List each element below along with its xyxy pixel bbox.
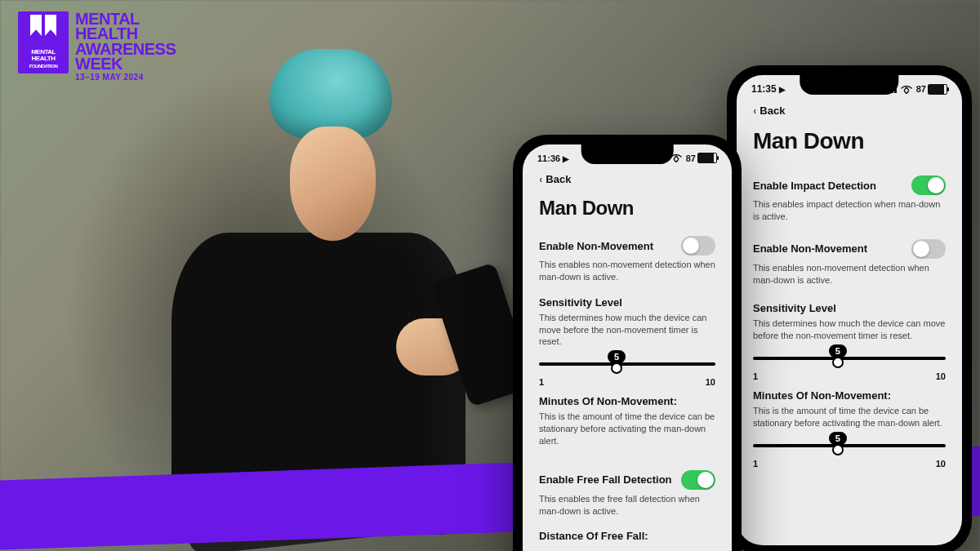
battery-icon: 87 [686,153,717,163]
slider-value: 5 [829,432,847,445]
phone-right: 11:35 ▶ 87 ‹ Back Man Down Enable Impact… [727,65,972,551]
minutes-slider[interactable]: 5 [753,434,946,457]
nonmove-label: Enable Non-Movement [539,240,653,252]
chevron-left-icon: ‹ [754,104,756,117]
minutes-desc: This is the amount of time the device ca… [539,411,715,447]
badge-line-4: WEEK [75,56,176,71]
sensitivity-label: Sensitivity Level [539,296,715,309]
freefall-desc: This enables the free fall detection whe… [539,493,715,518]
freefall-distance-label: Distance Of Free Fall: [539,530,715,542]
sensitivity-slider[interactable]: 5 [539,353,715,375]
ribbon-line-2: HEALTH [32,56,56,62]
nonmove-label: Enable Non-Movement [753,242,867,255]
battery-pct: 87 [916,84,926,94]
impact-label: Enable Impact Detection [753,180,876,192]
back-label: Back [546,173,571,185]
minutes-desc: This is the amount of time the device ca… [753,405,946,429]
battery-icon: 87 [916,84,947,95]
nonmove-toggle[interactable] [681,236,715,256]
slider-value: 5 [829,344,847,358]
back-button[interactable]: ‹ Back [539,168,715,193]
slider-min: 1 [753,371,758,381]
freefall-toggle[interactable] [681,470,715,490]
slider-max: 10 [706,377,715,387]
mhf-ribbon-logo: MENTAL HEALTH FOUNDATION [18,11,69,73]
notch [581,144,674,164]
nonmove-desc: This enables non-movement detection when… [753,262,946,287]
freefall-label: Enable Free Fall Detection [539,473,672,486]
minutes-label: Minutes Of Non-Movement: [753,389,946,402]
sensitivity-desc: This determines how much the device can … [753,318,946,342]
sensitivity-desc: This determines how much the device can … [539,312,715,349]
sensitivity-label: Sensitivity Level [753,302,946,314]
minutes-label: Minutes Of Non-Movement: [539,395,715,407]
nonmove-desc: This enables non-movement detection when… [539,259,715,283]
badge-dates: 13–19 MAY 2024 [75,73,176,81]
slider-max: 10 [936,371,946,381]
wifi-icon [901,85,912,94]
slider-min: 1 [539,377,544,387]
impact-toggle[interactable] [911,176,946,195]
chevron-left-icon: ‹ [540,173,542,185]
back-label: Back [760,104,785,117]
mhf-badge: MENTAL HEALTH FOUNDATION MENTAL HEALTH A… [18,11,176,81]
page-title: Man Down [753,128,946,154]
screen[interactable]: 11:35 ▶ 87 ‹ Back Man Down Enable Impact… [737,75,962,545]
status-time: 11:35 [751,83,777,95]
nonmove-toggle[interactable] [911,239,946,259]
battery-pct: 87 [686,153,696,163]
phone-left: 11:36 ▶ 87 ‹ Back Man Down Enable Non-Mo… [513,135,742,551]
ribbon-caption: FOUNDATION [29,64,58,69]
notch [800,75,898,95]
back-button[interactable]: ‹ Back [753,100,946,125]
page-title: Man Down [539,197,715,220]
screen[interactable]: 11:36 ▶ 87 ‹ Back Man Down Enable Non-Mo… [523,144,732,551]
slider-min: 1 [753,459,758,469]
slider-value: 5 [608,350,626,363]
status-time: 11:36 [537,153,560,163]
sensitivity-slider[interactable]: 5 [753,347,946,370]
slider-max: 10 [936,459,946,469]
impact-desc: This enables impact detection when man-d… [753,198,946,223]
